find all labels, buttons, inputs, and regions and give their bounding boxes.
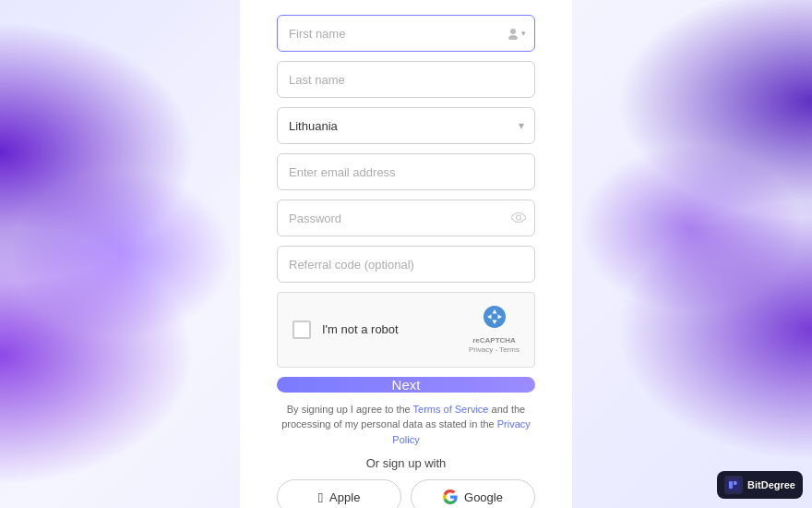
referral-input[interactable] <box>277 246 535 283</box>
terms-text: By signing up I agree to the Terms of Se… <box>277 402 535 448</box>
apple-icon:  <box>318 490 323 505</box>
svg-point-2 <box>517 215 521 220</box>
captcha-checkbox[interactable] <box>293 321 311 339</box>
password-wrapper <box>277 200 535 236</box>
email-input[interactable] <box>277 153 535 190</box>
recaptcha-box[interactable]: I'm not a robot reCAPTCHA Privacy - Term… <box>277 292 535 368</box>
bitdegree-logo <box>724 476 743 494</box>
last-name-group <box>277 61 535 98</box>
captcha-right: reCAPTCHA Privacy - Terms <box>469 304 519 356</box>
signup-card: ▾ Lithuania United States United Kingdom… <box>240 0 572 508</box>
apple-label: Apple <box>329 490 360 504</box>
first-name-input[interactable] <box>277 15 535 52</box>
google-icon <box>443 490 458 504</box>
last-name-input[interactable] <box>277 61 535 98</box>
avatar-icon: ▾ <box>507 27 526 40</box>
recaptcha-logo <box>482 304 508 334</box>
bitdegree-text: BitDegree <box>747 479 795 490</box>
svg-rect-4 <box>729 481 733 489</box>
first-name-wrapper: ▾ <box>277 15 535 52</box>
svg-point-1 <box>508 35 518 40</box>
bitdegree-badge: BitDegree <box>717 471 803 499</box>
password-input[interactable] <box>277 200 535 236</box>
country-select[interactable]: Lithuania United States United Kingdom G… <box>277 107 535 144</box>
country-select-wrapper: Lithuania United States United Kingdom G… <box>277 107 535 144</box>
next-button[interactable]: Next <box>277 377 535 393</box>
google-button[interactable]: Google <box>411 479 535 508</box>
password-group <box>277 200 535 236</box>
country-group: Lithuania United States United Kingdom G… <box>277 107 535 144</box>
eye-icon[interactable] <box>511 211 526 225</box>
referral-group <box>277 246 535 283</box>
or-signup-text: Or sign up with <box>366 456 447 470</box>
captcha-label: I'm not a robot <box>322 322 399 336</box>
apple-button[interactable]:  Apple <box>277 479 401 508</box>
first-name-group: ▾ <box>277 15 535 52</box>
email-group <box>277 153 535 190</box>
captcha-left: I'm not a robot <box>293 321 399 339</box>
google-label: Google <box>464 490 503 504</box>
social-buttons:  Apple Google <box>277 479 535 508</box>
svg-point-0 <box>510 29 516 34</box>
recaptcha-branding: reCAPTCHA Privacy - Terms <box>469 336 519 356</box>
tos-link[interactable]: Terms of Service <box>413 404 489 415</box>
